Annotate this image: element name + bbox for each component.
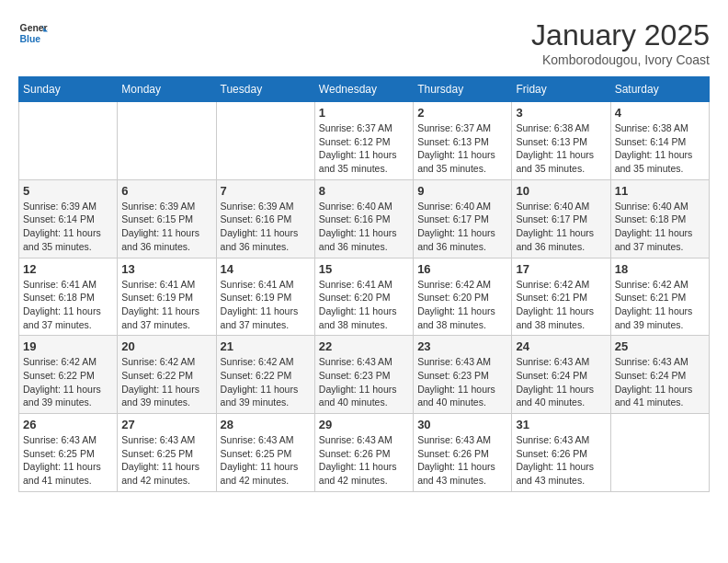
day-info: Sunrise: 6:43 AM Sunset: 6:26 PM Dayligh… — [417, 433, 507, 488]
day-info: Sunrise: 6:42 AM Sunset: 6:22 PM Dayligh… — [221, 355, 311, 409]
day-cell — [19, 102, 118, 180]
day-info: Sunrise: 6:37 AM Sunset: 6:13 PM Dayligh… — [417, 121, 507, 176]
day-number: 24 — [516, 339, 606, 353]
day-number: 10 — [516, 184, 606, 198]
day-info: Sunrise: 6:37 AM Sunset: 6:12 PM Dayligh… — [319, 121, 409, 176]
day-info: Sunrise: 6:40 AM Sunset: 6:17 PM Dayligh… — [417, 200, 507, 254]
day-info: Sunrise: 6:43 AM Sunset: 6:25 PM Dayligh… — [121, 433, 211, 488]
day-cell: 13Sunrise: 6:41 AM Sunset: 6:19 PM Dayli… — [118, 258, 216, 336]
day-cell: 8Sunrise: 6:40 AM Sunset: 6:16 PM Daylig… — [314, 179, 413, 258]
week-row-2: 5Sunrise: 6:39 AM Sunset: 6:14 PM Daylig… — [19, 179, 710, 258]
day-number: 20 — [121, 339, 211, 353]
day-number: 19 — [23, 339, 113, 353]
day-number: 22 — [319, 339, 409, 353]
day-info: Sunrise: 6:43 AM Sunset: 6:26 PM Dayligh… — [319, 433, 409, 488]
day-cell: 16Sunrise: 6:42 AM Sunset: 6:20 PM Dayli… — [414, 258, 512, 336]
weekday-header-monday: Monday — [118, 77, 216, 102]
day-info: Sunrise: 6:38 AM Sunset: 6:13 PM Dayligh… — [516, 121, 606, 176]
day-info: Sunrise: 6:43 AM Sunset: 6:24 PM Dayligh… — [615, 355, 705, 409]
location: Komborodougou, Ivory Coast — [531, 52, 710, 67]
logo: General Blue — [18, 18, 48, 48]
day-cell: 14Sunrise: 6:41 AM Sunset: 6:19 PM Dayli… — [216, 258, 314, 336]
day-info: Sunrise: 6:43 AM Sunset: 6:23 PM Dayligh… — [417, 355, 507, 409]
page-header: General Blue January 2025 Komborodougou,… — [18, 18, 710, 67]
day-cell: 26Sunrise: 6:43 AM Sunset: 6:25 PM Dayli… — [19, 414, 118, 492]
day-cell: 23Sunrise: 6:43 AM Sunset: 6:23 PM Dayli… — [414, 336, 512, 414]
day-info: Sunrise: 6:43 AM Sunset: 6:25 PM Dayligh… — [221, 433, 311, 488]
weekday-header-row: SundayMondayTuesdayWednesdayThursdayFrid… — [19, 77, 710, 102]
day-cell: 27Sunrise: 6:43 AM Sunset: 6:25 PM Dayli… — [118, 414, 216, 492]
day-info: Sunrise: 6:43 AM Sunset: 6:24 PM Dayligh… — [516, 355, 606, 409]
day-number: 8 — [319, 184, 409, 198]
day-cell: 29Sunrise: 6:43 AM Sunset: 6:26 PM Dayli… — [314, 414, 413, 492]
day-cell: 7Sunrise: 6:39 AM Sunset: 6:16 PM Daylig… — [216, 179, 314, 258]
day-info: Sunrise: 6:38 AM Sunset: 6:14 PM Dayligh… — [615, 121, 705, 176]
day-number: 18 — [615, 262, 705, 276]
day-info: Sunrise: 6:41 AM Sunset: 6:20 PM Dayligh… — [319, 278, 409, 332]
day-info: Sunrise: 6:40 AM Sunset: 6:18 PM Dayligh… — [615, 200, 705, 254]
day-cell: 18Sunrise: 6:42 AM Sunset: 6:21 PM Dayli… — [610, 258, 709, 336]
day-number: 7 — [221, 184, 311, 198]
day-number: 12 — [23, 262, 113, 276]
day-number: 14 — [221, 262, 311, 276]
day-info: Sunrise: 6:42 AM Sunset: 6:22 PM Dayligh… — [121, 355, 211, 409]
day-number: 5 — [23, 184, 113, 198]
day-info: Sunrise: 6:40 AM Sunset: 6:17 PM Dayligh… — [516, 200, 606, 254]
week-row-1: 1Sunrise: 6:37 AM Sunset: 6:12 PM Daylig… — [19, 102, 710, 180]
day-number: 31 — [516, 418, 606, 431]
calendar-table: SundayMondayTuesdayWednesdayThursdayFrid… — [18, 76, 710, 492]
week-row-3: 12Sunrise: 6:41 AM Sunset: 6:18 PM Dayli… — [19, 258, 710, 336]
day-cell: 11Sunrise: 6:40 AM Sunset: 6:18 PM Dayli… — [610, 179, 709, 258]
day-cell: 25Sunrise: 6:43 AM Sunset: 6:24 PM Dayli… — [610, 336, 709, 414]
day-cell: 21Sunrise: 6:42 AM Sunset: 6:22 PM Dayli… — [216, 336, 314, 414]
day-cell: 4Sunrise: 6:38 AM Sunset: 6:14 PM Daylig… — [610, 102, 709, 180]
day-info: Sunrise: 6:39 AM Sunset: 6:14 PM Dayligh… — [23, 200, 113, 254]
title-block: January 2025 Komborodougou, Ivory Coast — [531, 18, 710, 67]
day-cell: 22Sunrise: 6:43 AM Sunset: 6:23 PM Dayli… — [314, 336, 413, 414]
weekday-header-sunday: Sunday — [19, 77, 118, 102]
day-cell: 2Sunrise: 6:37 AM Sunset: 6:13 PM Daylig… — [414, 102, 512, 180]
day-cell: 31Sunrise: 6:43 AM Sunset: 6:26 PM Dayli… — [512, 414, 610, 492]
day-info: Sunrise: 6:42 AM Sunset: 6:21 PM Dayligh… — [516, 278, 606, 332]
weekday-header-thursday: Thursday — [414, 77, 512, 102]
day-cell: 17Sunrise: 6:42 AM Sunset: 6:21 PM Dayli… — [512, 258, 610, 336]
day-cell: 28Sunrise: 6:43 AM Sunset: 6:25 PM Dayli… — [216, 414, 314, 492]
day-number: 11 — [615, 184, 705, 198]
day-number: 23 — [417, 339, 507, 353]
day-number: 30 — [417, 418, 507, 431]
day-number: 1 — [319, 106, 409, 120]
day-cell: 30Sunrise: 6:43 AM Sunset: 6:26 PM Dayli… — [414, 414, 512, 492]
weekday-header-wednesday: Wednesday — [314, 77, 413, 102]
day-cell: 15Sunrise: 6:41 AM Sunset: 6:20 PM Dayli… — [314, 258, 413, 336]
day-number: 28 — [221, 418, 311, 431]
day-info: Sunrise: 6:43 AM Sunset: 6:25 PM Dayligh… — [23, 433, 113, 488]
day-cell: 6Sunrise: 6:39 AM Sunset: 6:15 PM Daylig… — [118, 179, 216, 258]
day-info: Sunrise: 6:41 AM Sunset: 6:19 PM Dayligh… — [221, 278, 311, 332]
day-number: 27 — [121, 418, 211, 431]
logo-icon: General Blue — [18, 18, 48, 48]
day-cell: 10Sunrise: 6:40 AM Sunset: 6:17 PM Dayli… — [512, 179, 610, 258]
day-cell — [118, 102, 216, 180]
day-info: Sunrise: 6:41 AM Sunset: 6:18 PM Dayligh… — [23, 278, 113, 332]
day-cell: 5Sunrise: 6:39 AM Sunset: 6:14 PM Daylig… — [19, 179, 118, 258]
day-info: Sunrise: 6:39 AM Sunset: 6:15 PM Dayligh… — [121, 200, 211, 254]
day-cell — [610, 414, 709, 492]
day-number: 16 — [417, 262, 507, 276]
day-number: 6 — [121, 184, 211, 198]
day-info: Sunrise: 6:39 AM Sunset: 6:16 PM Dayligh… — [221, 200, 311, 254]
day-number: 3 — [516, 106, 606, 120]
day-cell: 19Sunrise: 6:42 AM Sunset: 6:22 PM Dayli… — [19, 336, 118, 414]
day-number: 21 — [221, 339, 311, 353]
day-number: 25 — [615, 339, 705, 353]
day-cell: 12Sunrise: 6:41 AM Sunset: 6:18 PM Dayli… — [19, 258, 118, 336]
day-info: Sunrise: 6:43 AM Sunset: 6:26 PM Dayligh… — [516, 433, 606, 488]
day-number: 17 — [516, 262, 606, 276]
day-number: 26 — [23, 418, 113, 431]
day-number: 4 — [615, 106, 705, 120]
day-cell: 20Sunrise: 6:42 AM Sunset: 6:22 PM Dayli… — [118, 336, 216, 414]
month-title: January 2025 — [531, 18, 710, 52]
weekday-header-tuesday: Tuesday — [216, 77, 314, 102]
day-cell — [216, 102, 314, 180]
day-number: 13 — [121, 262, 211, 276]
day-number: 9 — [417, 184, 507, 198]
